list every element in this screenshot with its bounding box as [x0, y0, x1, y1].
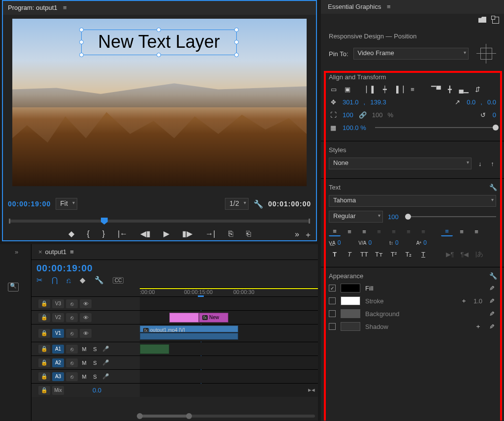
resolution-dropdown[interactable]: 1/2 [225, 198, 248, 210]
toggle-track-output-icon[interactable] [80, 329, 92, 338]
lock-track-icon[interactable] [38, 299, 50, 308]
set-in-icon[interactable]: { [87, 229, 90, 238]
lock-track-icon[interactable] [38, 358, 50, 367]
style-dropdown[interactable]: None [329, 158, 472, 169]
push-style-down-icon[interactable]: ↓ [476, 159, 484, 168]
align-top-text-icon[interactable]: ≡ [441, 227, 453, 236]
voiceover-icon[interactable]: 🎤 [101, 359, 110, 366]
track-target-a3[interactable]: A3 [52, 372, 64, 381]
clip-video-thumb[interactable] [140, 333, 238, 340]
resize-handle[interactable] [234, 40, 239, 44]
resize-handle[interactable] [234, 28, 239, 32]
wrench-icon[interactable]: 🔧 [489, 184, 497, 191]
track-v3-area[interactable] [140, 297, 318, 310]
track-target-v3[interactable]: V3 [52, 299, 64, 308]
align-bottom-text-icon[interactable]: ≡ [471, 227, 482, 236]
distribute-v-icon[interactable]: ⇵ [472, 85, 482, 94]
go-to-in-icon[interactable]: |← [118, 229, 127, 238]
resize-handle[interactable] [79, 53, 84, 57]
mix-db-value[interactable]: 0.0 [93, 387, 101, 394]
magnet-icon[interactable]: ⋂ [52, 276, 58, 285]
opacity-slider[interactable] [375, 127, 496, 128]
resize-handle[interactable] [157, 53, 161, 57]
text-layer-selection[interactable]: New Text Layer [81, 30, 237, 55]
clip-audio[interactable] [140, 344, 169, 354]
subscript-icon[interactable]: T₂ [403, 249, 414, 259]
voiceover-icon[interactable]: 🎤 [101, 373, 110, 380]
sync-lock-icon[interactable] [66, 329, 78, 338]
distribute-icon[interactable]: ≡ [408, 85, 417, 94]
align-top-icon[interactable]: ▔▀ [431, 85, 441, 94]
track-a3-area[interactable] [140, 370, 318, 383]
marker-icon[interactable]: ◆ [80, 276, 86, 285]
clip-graphic[interactable]: New [199, 313, 228, 323]
fill-swatch[interactable] [341, 284, 360, 292]
mark-in-icon[interactable]: ◆ [68, 229, 74, 238]
rtl-icon[interactable]: ¶◀ [459, 249, 471, 259]
leading-value[interactable]: 0 [395, 239, 399, 246]
folder-icon[interactable] [478, 17, 486, 23]
playhead-scrubber[interactable] [9, 220, 310, 223]
sync-lock-icon[interactable] [66, 313, 78, 322]
add-button-icon[interactable]: ＋ [304, 230, 312, 240]
lock-track-icon[interactable] [38, 345, 50, 354]
time-ruler[interactable]: :00:00 00:00:15:00 00:00:30 [140, 288, 318, 296]
voiceover-icon[interactable]: 🎤 [101, 346, 110, 352]
panel-menu-icon[interactable]: ≡ [63, 4, 67, 11]
sync-lock-icon[interactable] [66, 345, 78, 354]
stroke-width-value[interactable]: 1.0 [473, 297, 482, 305]
set-out-icon[interactable]: } [102, 229, 105, 238]
position-y[interactable]: 139.3 [370, 98, 386, 106]
sync-lock-icon[interactable] [66, 358, 78, 367]
align-vcenter-icon[interactable]: ╋ [445, 85, 455, 94]
more-icon[interactable]: » [295, 230, 299, 239]
sequence-tab[interactable]: output1 ≡ [32, 244, 81, 260]
background-swatch[interactable] [341, 309, 360, 318]
small-caps-icon[interactable]: Tᴛ [373, 249, 385, 259]
zoom-dropdown[interactable]: Fit [56, 198, 77, 210]
font-weight-dropdown[interactable]: Regular [329, 211, 383, 223]
lock-track-icon[interactable] [38, 313, 50, 322]
kerning-value[interactable]: 0 [368, 239, 372, 246]
step-forward-icon[interactable]: ▮▶ [182, 229, 192, 238]
wrench-icon[interactable]: 🔧 [489, 272, 497, 280]
baseline-value[interactable]: 0 [423, 239, 427, 246]
track-mix-area[interactable]: ▸◂ [140, 384, 318, 397]
position-x[interactable]: 301.0 [343, 98, 359, 106]
mute-icon[interactable]: M [80, 374, 89, 380]
align-center-text-icon[interactable]: ≡ [344, 227, 355, 236]
font-size-value[interactable]: 100 [388, 213, 399, 221]
collapse-icon[interactable]: ▸◂ [308, 386, 315, 393]
anchor-x[interactable]: 0.0 [467, 98, 475, 106]
align-selection-icon[interactable]: ▭ [329, 85, 339, 94]
font-dropdown[interactable]: Tahoma [329, 195, 496, 207]
align-right-icon[interactable]: ▐▕ [394, 85, 404, 94]
track-v1-area[interactable]: output1.mp4 [V] [140, 324, 318, 342]
ltr-icon[interactable]: ▶¶ [444, 249, 456, 259]
tategaki-icon[interactable]: |あ [473, 249, 485, 259]
toggle-track-output-icon[interactable] [80, 313, 92, 322]
pin-grid-widget[interactable] [476, 44, 496, 64]
resize-handle[interactable] [234, 53, 239, 57]
resize-handle[interactable] [79, 40, 84, 44]
fill-checkbox[interactable]: ✓ [329, 285, 336, 291]
panel-menu-icon[interactable]: ≡ [387, 3, 391, 10]
timeline-timecode[interactable]: 00:00:19:00 [36, 263, 93, 274]
superscript-icon[interactable]: T² [388, 249, 400, 259]
track-v2-area[interactable]: New [140, 311, 318, 324]
faux-bold-icon[interactable]: T [329, 249, 341, 259]
extract-icon[interactable]: ⎗ [246, 229, 251, 238]
justify-last-right-icon[interactable]: ≡ [403, 227, 414, 236]
linked-selection-icon[interactable]: ⎌ [66, 276, 71, 285]
lock-track-icon[interactable] [38, 386, 50, 395]
align-frame-icon[interactable]: ▣ [343, 85, 352, 94]
mute-icon[interactable]: M [80, 360, 89, 366]
play-icon[interactable]: ▶ [163, 229, 169, 238]
toggle-track-output-icon[interactable] [80, 299, 92, 308]
tracking-value[interactable]: 0 [338, 239, 341, 246]
expand-icon[interactable]: » [15, 248, 18, 256]
new-layer-icon[interactable] [492, 17, 499, 24]
current-timecode[interactable]: 00:00:19:00 [8, 200, 51, 208]
eyedropper-icon[interactable] [487, 309, 496, 318]
lock-track-icon[interactable] [38, 372, 50, 381]
